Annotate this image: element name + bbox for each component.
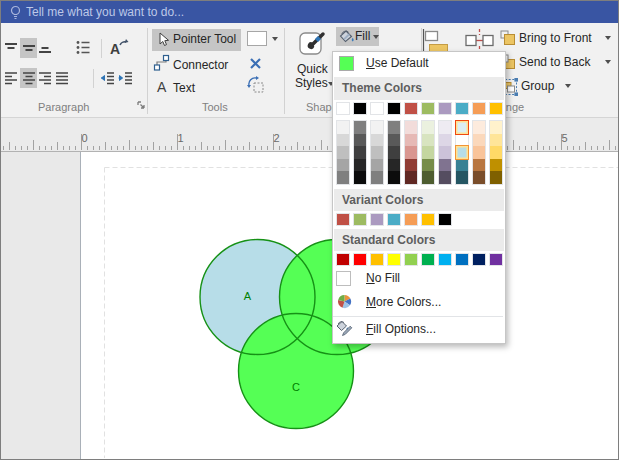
- theme-shade-swatch[interactable]: [354, 159, 366, 172]
- theme-shade-swatch[interactable]: [371, 121, 383, 134]
- connector-label[interactable]: Connector: [173, 58, 228, 72]
- theme-shade-swatch[interactable]: [337, 159, 349, 172]
- theme-shade-swatch[interactable]: [354, 134, 366, 147]
- menu-item-use-default[interactable]: Use Default: [333, 52, 503, 76]
- theme-shade-swatch[interactable]: [371, 171, 383, 184]
- variant-color-swatch[interactable]: [336, 213, 350, 226]
- standard-color-swatch[interactable]: [404, 253, 418, 266]
- standard-color-swatch[interactable]: [455, 253, 469, 266]
- theme-shade-swatch[interactable]: [439, 121, 451, 134]
- variant-color-swatch[interactable]: [353, 213, 367, 226]
- bring-to-front-dropdown-arrow[interactable]: [605, 36, 611, 40]
- theme-shade-swatch[interactable]: [371, 159, 383, 172]
- send-to-back-dropdown-arrow[interactable]: [605, 60, 611, 64]
- group-label[interactable]: Group: [521, 79, 554, 93]
- theme-shade-swatch[interactable]: [388, 159, 400, 172]
- position-button[interactable]: [463, 29, 496, 53]
- align-left-button[interactable]: [4, 71, 18, 85]
- group-dropdown-arrow[interactable]: [565, 84, 571, 88]
- quick-styles-button[interactable]: Quick Styles: [292, 28, 332, 100]
- theme-shade-swatch[interactable]: [388, 171, 400, 184]
- bullets-button[interactable]: [76, 40, 91, 55]
- theme-color-swatch[interactable]: [370, 102, 384, 115]
- theme-shade-swatch[interactable]: [337, 171, 349, 184]
- theme-shade-swatch[interactable]: [337, 134, 349, 147]
- fill-button[interactable]: Fill: [336, 27, 379, 46]
- theme-shade-swatch[interactable]: [371, 134, 383, 147]
- theme-shade-swatch[interactable]: [490, 159, 502, 172]
- align-top-button[interactable]: [4, 41, 18, 55]
- align-center-button[interactable]: [20, 68, 37, 88]
- theme-shade-swatch[interactable]: [405, 159, 417, 172]
- align-middle-button[interactable]: [20, 38, 37, 58]
- theme-color-swatch[interactable]: [353, 102, 367, 115]
- align-right-button[interactable]: [38, 71, 52, 85]
- theme-shade-swatch[interactable]: [439, 159, 451, 172]
- theme-shade-swatch[interactable]: [490, 134, 502, 147]
- text-tool-label[interactable]: Text: [173, 81, 195, 95]
- menu-item-more-colors[interactable]: More Colors...: [333, 292, 503, 315]
- theme-color-swatch[interactable]: [438, 102, 452, 115]
- theme-shade-swatch[interactable]: [388, 146, 400, 159]
- theme-shade-swatch[interactable]: [456, 121, 468, 134]
- variant-color-swatch[interactable]: [438, 213, 452, 226]
- menu-item-fill-options[interactable]: Fill Options...: [333, 317, 503, 343]
- theme-shade-swatch[interactable]: [422, 159, 434, 172]
- theme-color-swatch[interactable]: [455, 102, 469, 115]
- theme-shade-swatch[interactable]: [405, 146, 417, 159]
- standard-color-swatch[interactable]: [336, 253, 350, 266]
- standard-color-swatch[interactable]: [370, 253, 384, 266]
- theme-shade-swatch[interactable]: [422, 171, 434, 184]
- menu-item-no-fill[interactable]: No Fill: [333, 269, 503, 292]
- send-to-back-label[interactable]: Send to Back: [519, 55, 590, 69]
- variant-color-swatch[interactable]: [404, 213, 418, 226]
- theme-shade-swatch[interactable]: [337, 146, 349, 159]
- standard-color-swatch[interactable]: [472, 253, 486, 266]
- increase-indent-button[interactable]: [118, 71, 133, 85]
- pointer-tool-button[interactable]: Pointer Tool: [152, 29, 241, 51]
- fill-swatch-button[interactable]: [247, 31, 281, 47]
- theme-shade-swatch[interactable]: [490, 171, 502, 184]
- standard-color-swatch[interactable]: [353, 253, 367, 266]
- theme-shade-swatch[interactable]: [490, 121, 502, 134]
- theme-shade-swatch[interactable]: [439, 134, 451, 147]
- theme-shade-swatch[interactable]: [405, 134, 417, 147]
- theme-shade-swatch[interactable]: [337, 121, 349, 134]
- theme-shade-swatch[interactable]: [405, 171, 417, 184]
- theme-shade-swatch[interactable]: [388, 134, 400, 147]
- theme-shade-swatch[interactable]: [439, 146, 451, 159]
- theme-shade-swatch[interactable]: [456, 146, 468, 159]
- theme-shade-swatch[interactable]: [354, 121, 366, 134]
- theme-shade-swatch[interactable]: [473, 171, 485, 184]
- standard-color-swatch[interactable]: [387, 253, 401, 266]
- decrease-indent-button[interactable]: [100, 71, 115, 85]
- theme-color-swatch[interactable]: [336, 102, 350, 115]
- standard-color-swatch[interactable]: [421, 253, 435, 266]
- align-bottom-button[interactable]: [38, 41, 52, 55]
- theme-shade-swatch[interactable]: [490, 146, 502, 159]
- theme-shade-swatch[interactable]: [405, 121, 417, 134]
- drawing-canvas[interactable]: ABC: [1, 152, 618, 459]
- justify-button[interactable]: [55, 71, 69, 85]
- free-rotate-icon[interactable]: [246, 75, 266, 95]
- theme-shade-swatch[interactable]: [388, 121, 400, 134]
- theme-shade-swatch[interactable]: [473, 121, 485, 134]
- theme-shade-swatch[interactable]: [371, 146, 383, 159]
- rotate-text-button[interactable]: A: [109, 38, 129, 57]
- theme-shade-swatch[interactable]: [354, 146, 366, 159]
- theme-shade-swatch[interactable]: [456, 159, 468, 172]
- theme-shade-swatch[interactable]: [422, 121, 434, 134]
- theme-shade-swatch[interactable]: [422, 146, 434, 159]
- standard-color-swatch[interactable]: [438, 253, 452, 266]
- delete-x-icon[interactable]: [249, 57, 262, 70]
- theme-shade-swatch[interactable]: [473, 146, 485, 159]
- variant-color-swatch[interactable]: [421, 213, 435, 226]
- theme-color-swatch[interactable]: [404, 102, 418, 115]
- theme-shade-swatch[interactable]: [354, 171, 366, 184]
- theme-shade-swatch[interactable]: [456, 171, 468, 184]
- paragraph-dialog-launcher[interactable]: [137, 101, 146, 110]
- theme-shade-swatch[interactable]: [422, 134, 434, 147]
- theme-shade-swatch[interactable]: [473, 159, 485, 172]
- theme-shade-swatch[interactable]: [439, 171, 451, 184]
- standard-color-swatch[interactable]: [489, 253, 503, 266]
